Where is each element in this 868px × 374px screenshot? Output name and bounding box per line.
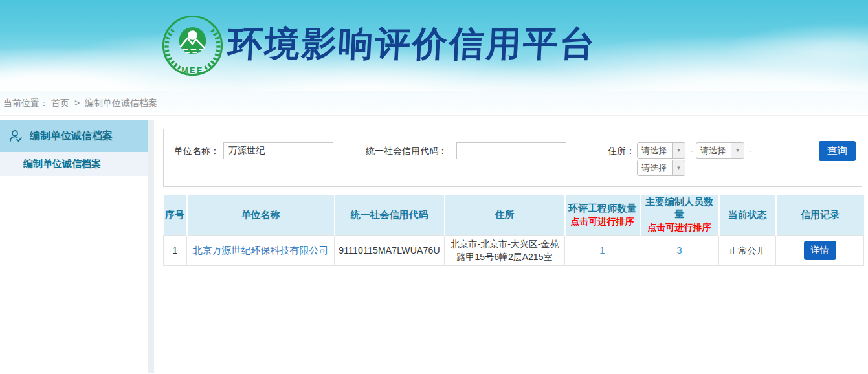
main-area: 编制单位诚信档案 编制单位诚信档案 单位名称： 统一社会信用代码： 住所： 请选… xyxy=(0,116,868,373)
engineer-sort-hint[interactable]: 点击可进行排序 xyxy=(566,216,639,228)
address-label: 住所： xyxy=(608,142,635,159)
col-header-credit-code: 统一社会信用代码 xyxy=(335,195,445,236)
search-button[interactable]: 查询 xyxy=(819,141,856,161)
sidebar: 编制单位诚信档案 编制单位诚信档案 xyxy=(0,120,148,176)
col-header-status: 当前状态 xyxy=(719,195,776,236)
breadcrumb-label: 当前位置： xyxy=(3,98,49,108)
chevron-down-icon: ▼ xyxy=(731,143,744,158)
credit-code-input[interactable] xyxy=(456,142,566,159)
col-header-engineer-count[interactable]: 环评工程师数量 点击可进行排序 xyxy=(565,195,640,236)
col-header-index: 序号 xyxy=(164,195,187,236)
cell-status: 正常公开 xyxy=(719,236,776,266)
table-row: 1 北京万源世纪环保科技有限公司 91110115MA7LWUA76U 北京市-… xyxy=(164,236,864,266)
district-select[interactable]: 请选择 ▼ xyxy=(637,160,685,176)
table-header-row: 序号 单位名称 统一社会信用代码 住所 环评工程师数量 点击可进行排序 主要编制… xyxy=(164,195,864,236)
breadcrumb-home-link[interactable]: 首页 xyxy=(51,98,69,108)
sidebar-item-label: 编制单位诚信档案 xyxy=(30,129,113,143)
select-dash: - xyxy=(690,142,693,159)
province-select[interactable]: 请选择 ▼ xyxy=(637,142,685,159)
credit-code-label: 统一社会信用代码： xyxy=(366,142,447,159)
logo-text: MEE xyxy=(181,66,204,75)
sidebar-divider xyxy=(148,120,154,373)
breadcrumb: 当前位置：首页 > 编制单位诚信档案 xyxy=(0,91,868,116)
user-check-icon xyxy=(8,128,23,144)
search-panel: 单位名称： 统一社会信用代码： 住所： 请选择 ▼ - 请选择 ▼ - 请选择 … xyxy=(163,129,862,187)
col-header-staff-count[interactable]: 主要编制人员数量 点击可进行排序 xyxy=(640,195,719,236)
sidebar-item-unit-credit-archive[interactable]: 编制单位诚信档案 xyxy=(0,120,148,152)
chevron-down-icon: ▼ xyxy=(672,160,685,175)
content-area: 单位名称： 统一社会信用代码： 住所： 请选择 ▼ - 请选择 ▼ - 请选择 … xyxy=(163,129,862,266)
cell-address: 北京市-北京市-大兴区-金苑路甲15号6幢2层A215室 xyxy=(445,236,565,266)
result-table: 序号 单位名称 统一社会信用代码 住所 环评工程师数量 点击可进行排序 主要编制… xyxy=(163,195,864,266)
sidebar-subitem-label: 编制单位诚信档案 xyxy=(23,158,101,170)
city-select[interactable]: 请选择 ▼ xyxy=(696,142,744,159)
cell-index: 1 xyxy=(164,236,187,266)
breadcrumb-current: 编制单位诚信档案 xyxy=(85,98,157,108)
select-dash: - xyxy=(749,142,752,159)
col-header-address: 住所 xyxy=(445,195,565,236)
cell-credit-code: 91110115MA7LWUA76U xyxy=(335,236,445,266)
staff-sort-hint[interactable]: 点击可进行排序 xyxy=(641,222,718,234)
chevron-down-icon: ▼ xyxy=(672,143,685,158)
col-header-company: 单位名称 xyxy=(187,195,335,236)
mee-logo-icon[interactable]: MEE xyxy=(161,14,224,77)
breadcrumb-separator: > xyxy=(74,98,80,108)
unit-name-label: 单位名称： xyxy=(174,142,219,159)
unit-name-input[interactable] xyxy=(223,142,333,159)
detail-button[interactable]: 详情 xyxy=(804,241,836,260)
page-title: 环境影响评价信用平台 xyxy=(227,26,598,61)
site-header: MEE 环境影响评价信用平台 xyxy=(0,0,868,91)
col-header-staff-count-label: 主要编制人员数量 xyxy=(645,196,713,219)
col-header-engineer-count-label: 环评工程师数量 xyxy=(568,203,636,214)
company-link[interactable]: 北京万源世纪环保科技有限公司 xyxy=(193,245,329,256)
engineer-count-link[interactable]: 1 xyxy=(599,245,605,256)
city-select-value: 请选择 xyxy=(696,143,731,158)
district-select-value: 请选择 xyxy=(638,160,672,175)
staff-count-link[interactable]: 3 xyxy=(676,245,682,256)
sidebar-subitem-unit-credit-archive[interactable]: 编制单位诚信档案 xyxy=(0,152,148,176)
province-select-value: 请选择 xyxy=(638,143,672,158)
col-header-credit-record: 信用记录 xyxy=(776,195,864,236)
